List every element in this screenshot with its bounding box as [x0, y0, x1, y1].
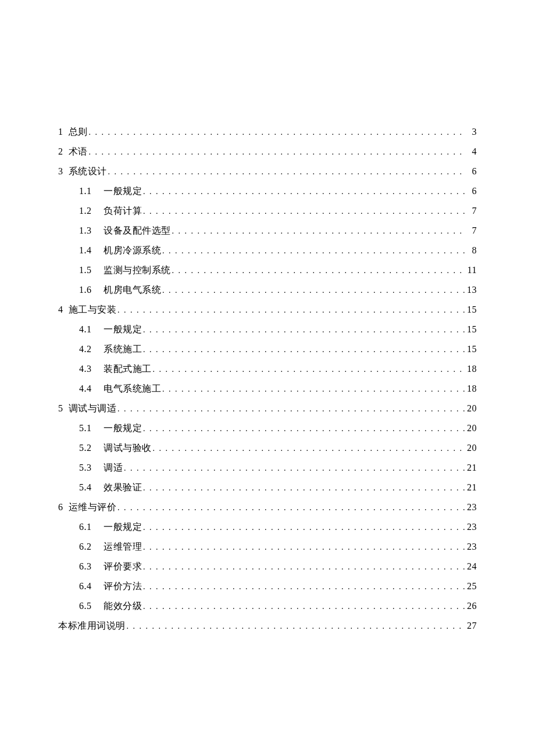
toc-entry-page: 8	[465, 241, 477, 260]
toc-entry: 1.1一般规定6	[58, 181, 477, 201]
toc-entry-title: 机房电气系统	[104, 280, 161, 299]
toc-entry-title: 机房冷源系统	[104, 241, 161, 260]
toc-entry-number: 5.2	[58, 438, 104, 457]
toc-entry-number: 1.3	[58, 221, 104, 240]
toc-entry: 1.4机房冷源系统8	[58, 241, 477, 260]
toc-entry-title: 施工与安装	[69, 300, 117, 319]
toc-entry-number: 4.4	[58, 379, 104, 398]
toc-entry-number: 5.4	[58, 478, 104, 497]
toc-entry-page: 27	[465, 616, 477, 635]
toc-entry: 本标准用词说明27	[58, 616, 477, 636]
toc-leader-dots	[88, 142, 466, 162]
toc-entry-number: 4.1	[58, 320, 104, 339]
toc-entry-page: 23	[465, 537, 477, 556]
toc-entry-title: 总则	[69, 122, 88, 141]
toc-entry-title: 效果验证	[104, 478, 142, 497]
toc-entry-number: 6	[58, 497, 63, 517]
toc-entry-number: 1.4	[58, 241, 104, 260]
toc-entry-title: 一般规定	[104, 418, 142, 438]
toc-leader-dots	[142, 202, 465, 221]
toc-entry-title: 运维与评价	[69, 497, 117, 517]
toc-entry: 5.4效果验证21	[58, 478, 477, 497]
toc-entry: 5.2调试与验收20	[58, 438, 477, 458]
toc-entry-page: 15	[465, 320, 477, 339]
toc-entry-title: 监测与控制系统	[104, 260, 171, 280]
toc-entry-page: 3	[465, 122, 477, 141]
toc-entry-title: 设备及配件选型	[104, 221, 171, 240]
toc-entry-number: 1.2	[58, 201, 104, 220]
toc-entry-number: 5.3	[58, 458, 104, 477]
toc-num-gap	[63, 142, 69, 161]
toc-entry-page: 20	[465, 438, 477, 457]
toc-entry: 4 施工与安装15	[58, 300, 477, 320]
toc-leader-dots	[171, 261, 466, 280]
toc-entry: 4.2系统施工15	[58, 339, 477, 359]
toc-leader-dots	[142, 597, 465, 616]
toc-entry: 1.2负荷计算7	[58, 201, 477, 221]
toc-entry-page: 23	[465, 517, 477, 536]
toc-entry-title: 能效分级	[104, 596, 142, 615]
toc-entry-page: 15	[465, 339, 477, 359]
toc-entry-title: 术语	[69, 142, 88, 161]
toc-entry-page: 21	[465, 458, 477, 477]
toc-leader-dots	[107, 162, 466, 181]
toc-leader-dots	[88, 123, 466, 142]
toc-entry-number: 4.2	[58, 339, 104, 359]
toc-entry-title: 装配式施工	[104, 359, 152, 378]
toc-entry-title: 调适	[104, 458, 123, 477]
toc-entry: 1 总则3	[58, 122, 477, 142]
toc-leader-dots	[152, 360, 466, 379]
toc-leader-dots	[116, 399, 465, 418]
toc-num-gap	[63, 399, 69, 418]
toc-entry-title: 评价要求	[104, 557, 142, 576]
table-of-contents: 1 总则32 术语43 系统设计61.1一般规定61.2负荷计算71.3设备及配…	[58, 122, 477, 636]
toc-leader-dots	[142, 320, 465, 339]
toc-entry-page: 4	[465, 142, 477, 161]
toc-entry-page: 20	[465, 399, 477, 418]
toc-entry-title: 运维管理	[104, 537, 142, 556]
toc-entry-title: 系统设计	[69, 162, 107, 181]
toc-entry: 2 术语4	[58, 142, 477, 162]
toc-entry-number: 3	[58, 162, 63, 181]
toc-entry-title: 负荷计算	[104, 201, 142, 220]
toc-entry-page: 18	[465, 359, 477, 378]
toc-entry-page: 11	[465, 260, 477, 280]
toc-entry-number: 1.5	[58, 260, 104, 280]
toc-leader-dots	[142, 419, 465, 438]
toc-entry-title: 评价方法	[104, 576, 142, 596]
toc-leader-dots	[161, 241, 465, 260]
toc-entry: 6.3评价要求24	[58, 557, 477, 576]
toc-entry-number: 6.4	[58, 576, 104, 596]
toc-entry-number: 6.3	[58, 557, 104, 576]
toc-entry-title: 一般规定	[104, 517, 142, 536]
toc-leader-dots	[152, 439, 466, 458]
toc-entry-page: 13	[465, 280, 477, 299]
toc-entry-number: 6.2	[58, 537, 104, 556]
toc-entry-page: 20	[465, 418, 477, 438]
toc-entry-page: 7	[465, 201, 477, 220]
toc-entry: 5.1一般规定20	[58, 418, 477, 438]
toc-leader-dots	[161, 379, 465, 399]
toc-num-gap	[63, 497, 69, 517]
toc-entry: 4.4电气系统施工18	[58, 379, 477, 399]
toc-entry-page: 6	[465, 162, 477, 181]
toc-leader-dots	[171, 221, 466, 241]
toc-entry-page: 21	[465, 478, 477, 497]
toc-entry: 4.3装配式施工18	[58, 359, 477, 379]
toc-entry: 6.5能效分级26	[58, 596, 477, 616]
toc-leader-dots	[142, 518, 465, 537]
toc-entry-title: 一般规定	[104, 181, 142, 200]
toc-page: 1 总则32 术语43 系统设计61.1一般规定61.2负荷计算71.3设备及配…	[0, 0, 535, 756]
toc-leader-dots	[142, 538, 465, 557]
toc-leader-dots	[142, 340, 465, 359]
toc-entry-number: 2	[58, 142, 63, 161]
toc-entry: 1.6机房电气系统13	[58, 280, 477, 300]
toc-entry-number: 1.6	[58, 280, 104, 299]
toc-entry-title: 调试与调适	[69, 399, 117, 418]
toc-num-gap	[63, 300, 69, 319]
toc-entry-page: 7	[465, 221, 477, 240]
toc-entry: 5 调试与调适20	[58, 399, 477, 418]
toc-entry-number: 1	[58, 122, 63, 141]
toc-leader-dots	[142, 478, 465, 497]
toc-num-gap	[63, 122, 69, 141]
